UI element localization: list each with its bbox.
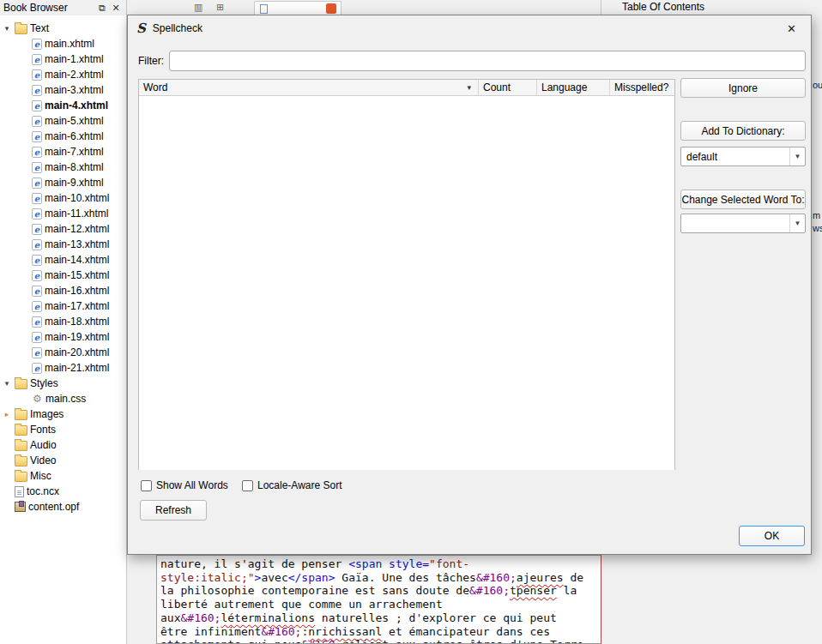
column-header-word[interactable]: Word▾ [139,80,479,95]
dialog-titlebar[interactable]: S Spellcheck ✕ [128,15,811,41]
code-segment: "font- [429,557,469,570]
editor-tab[interactable] [254,1,341,15]
tree-item-label: main-18.xhtml [45,316,109,328]
tree-item-main-1.xhtml[interactable]: main-1.xhtml [0,51,126,67]
checkbox-icon [141,480,152,491]
tree-item-main-6.xhtml[interactable]: main-6.xhtml [0,129,126,144]
tree-item-label: main-20.xhtml [45,346,109,358]
ncx-icon [15,486,24,497]
code-editor[interactable]: nature, il s'agit de penser <span style=… [156,555,601,644]
tree-item-main-3.xhtml[interactable]: main-3.xhtml [0,82,126,98]
tree-item-main-18.xhtml[interactable]: main-18.xhtml [0,314,126,329]
tree-item-label: content.opf [28,501,79,513]
folder-icon [15,472,27,482]
tree-item-Images[interactable]: ▸Images [0,406,126,422]
tree-item-main-4.xhtml[interactable]: main-4.xhtml [0,98,126,113]
split-view-icon[interactable]: ⊞ [216,2,224,13]
locale-aware-sort-checkbox[interactable]: Locale-Aware Sort [242,479,342,491]
tree-item-label: main-16.xhtml [45,285,109,297]
tree-item-Video[interactable]: Video [0,453,126,468]
column-header-label: Word [143,81,167,93]
tree-item-toc.ncx[interactable]: toc.ncx [0,484,126,499]
code-line: liberté autrement que comme un arracheme… [160,598,601,611]
folder-icon [15,441,27,451]
xhtml-icon [32,301,42,312]
code-segment: &#160; [261,625,301,638]
expand-icon[interactable]: ▸ [2,410,12,418]
xhtml-icon [32,54,42,65]
table-body[interactable] [139,96,674,470]
code-segment: &#160; [476,571,517,584]
tree-item-main-12.xhtml[interactable]: main-12.xhtml [0,221,126,237]
code-segment: avec [261,571,287,584]
tree-item-main-5.xhtml[interactable]: main-5.xhtml [0,113,126,129]
folder-icon [15,425,27,436]
code-segment: la philosophie contemporaine est sans do… [160,584,469,597]
float-panel-icon[interactable]: ⧉ [95,3,109,14]
code-line: la philosophie contemporaine est sans do… [160,584,601,598]
checkbox-icon [242,480,253,491]
tree-item-main-21.xhtml[interactable]: main-21.xhtml [0,360,126,376]
filter-input[interactable] [169,51,806,71]
ok-button[interactable]: OK [739,526,805,546]
collapse-icon[interactable]: ▾ [2,24,12,33]
change-word-combobox[interactable]: ▼ [680,214,806,233]
code-segment: &#160; [469,584,510,597]
tree-item-label: Fonts [30,424,56,436]
tree-item-main-8.xhtml[interactable]: main-8.xhtml [0,159,126,175]
tree-item-main.xhtml[interactable]: main.xhtml [0,36,126,51]
xhtml-icon [32,332,42,343]
xhtml-icon [32,255,42,266]
tree-item-label: Text [30,22,49,34]
add-to-dictionary-button[interactable]: Add To Dictionary: [680,121,806,141]
tree-item-main-7.xhtml[interactable]: main-7.xhtml [0,144,126,159]
tree-item-Styles[interactable]: ▾Styles [0,376,126,391]
column-header-misspelled[interactable]: Misspelled? [610,80,674,95]
css-icon [32,394,43,405]
tree-item-main-13.xhtml[interactable]: main-13.xhtml [0,237,126,252]
tree-item-Misc[interactable]: Misc [0,468,126,484]
xhtml-icon [32,286,42,297]
tree-item-main-11.xhtml[interactable]: main-11.xhtml [0,206,126,221]
tree-item-main-2.xhtml[interactable]: main-2.xhtml [0,67,126,82]
tree-item-label: main-15.xhtml [45,269,109,281]
tree-item-main-14.xhtml[interactable]: main-14.xhtml [0,252,126,268]
tree-item-label: main-11.xhtml [45,208,108,220]
xhtml-icon [32,69,42,81]
code-segment: liberté autrement que comme un arracheme… [160,598,443,611]
tree-item-main-20.xhtml[interactable]: main-20.xhtml [0,345,126,360]
show-all-words-checkbox[interactable]: Show All Words [141,479,228,491]
tree-item-main-15.xhtml[interactable]: main-15.xhtml [0,268,126,283]
xhtml-icon [32,316,42,328]
tree-item-main-9.xhtml[interactable]: main-9.xhtml [0,175,126,190]
word-sort-dropdown-icon[interactable]: ▾ [467,83,471,92]
tree-item-main-10.xhtml[interactable]: main-10.xhtml [0,190,126,206]
column-header-label: Language [541,81,587,93]
tree-item-Audio[interactable]: Audio [0,437,126,453]
tree-item-Fonts[interactable]: Fonts [0,422,126,437]
column-header-count[interactable]: Count [479,80,537,95]
tree-item-main-17.xhtml[interactable]: main-17.xhtml [0,298,126,314]
refresh-button[interactable]: Refresh [140,500,207,521]
change-selected-word-button[interactable]: Change Selected Word To: [680,190,806,209]
close-panel-icon[interactable]: ✕ [109,3,123,14]
tree-item-main-16.xhtml[interactable]: main-16.xhtml [0,283,126,298]
toolbar-icon[interactable]: ▥ [194,2,202,13]
code-segment: de [564,571,583,584]
application-window: ▥ ⊞ Table Of Contents oumws Book Browser… [0,0,822,644]
xhtml-icon [32,147,42,158]
ignore-button[interactable]: Ignore [680,78,806,98]
dictionary-select[interactable]: default ▼ [680,147,806,166]
tree-item-main-19.xhtml[interactable]: main-19.xhtml [0,329,126,345]
toc-title: Table Of Contents [622,1,704,13]
dialog-close-button[interactable]: ✕ [772,15,811,41]
collapse-icon[interactable]: ▾ [2,379,12,388]
misspelled-word: relient [341,638,389,644]
xhtml-icon [32,116,42,127]
tree-item-main.css[interactable]: main.css [0,391,126,406]
xhtml-icon [32,347,42,358]
tree-item-Text[interactable]: ▾Text [0,21,126,36]
column-header-language[interactable]: Language [537,80,610,95]
tree-item-content.opf[interactable]: content.opf [0,499,126,515]
code-segment: la [557,584,577,597]
